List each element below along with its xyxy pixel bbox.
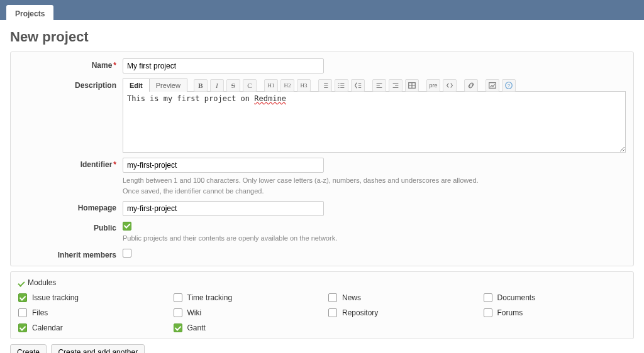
module-label: Gantt: [187, 323, 206, 332]
module-checkbox[interactable]: [484, 308, 492, 317]
module-item: Time tracking: [174, 293, 316, 302]
pre-icon[interactable]: pre: [426, 79, 440, 92]
module-item: Gantt: [174, 323, 316, 332]
module-item: Repository: [328, 308, 471, 317]
module-item: Documents: [484, 293, 626, 302]
module-checkbox[interactable]: [484, 293, 492, 302]
module-label: Files: [32, 308, 48, 317]
ol-icon[interactable]: [335, 79, 348, 92]
svg-text:?: ?: [508, 82, 511, 88]
create-add-button[interactable]: Create and add another: [51, 344, 145, 353]
h1-icon[interactable]: H1: [264, 79, 278, 92]
public-checkbox[interactable]: [123, 222, 131, 231]
tab-edit[interactable]: Edit: [123, 79, 150, 92]
required-marker: *: [113, 160, 116, 169]
label-description: Description: [18, 79, 123, 90]
ul-icon[interactable]: [318, 79, 332, 92]
modules-header: Modules: [18, 278, 626, 287]
help-icon[interactable]: ?: [502, 79, 516, 92]
module-label: Issue tracking: [32, 293, 79, 302]
label-public: Public: [18, 221, 123, 232]
button-row: Create Create and add another: [10, 344, 634, 353]
module-label: Repository: [342, 308, 378, 317]
tab-preview[interactable]: Preview: [150, 79, 187, 92]
codeblock-icon[interactable]: [443, 79, 457, 92]
module-checkbox[interactable]: [18, 293, 27, 302]
module-label: Time tracking: [187, 293, 233, 302]
module-item: Calendar: [18, 323, 161, 332]
module-label: Documents: [497, 293, 536, 302]
module-checkbox[interactable]: [174, 293, 182, 302]
module-item: Forums: [484, 308, 626, 317]
h3-icon[interactable]: H3: [297, 79, 311, 92]
module-checkbox[interactable]: [18, 323, 27, 332]
italic-icon[interactable]: I: [210, 79, 224, 92]
h2-icon[interactable]: H2: [280, 79, 294, 92]
module-label: Wiki: [187, 308, 202, 317]
image-icon[interactable]: [486, 79, 499, 92]
module-item: Files: [18, 308, 161, 317]
link-icon[interactable]: [464, 79, 478, 92]
module-item: News: [328, 293, 471, 302]
bold-icon[interactable]: B: [194, 79, 208, 92]
create-button[interactable]: Create: [10, 344, 47, 353]
module-checkbox[interactable]: [328, 308, 337, 317]
label-identifier: Identifier*: [18, 158, 123, 169]
name-input[interactable]: [123, 58, 324, 73]
public-hint: Public projects and their contents are o…: [123, 233, 626, 244]
identifier-input[interactable]: [123, 158, 324, 173]
module-label: News: [342, 293, 361, 302]
indent-right-icon[interactable]: [389, 79, 402, 92]
strike-icon[interactable]: S: [226, 79, 240, 92]
module-checkbox[interactable]: [174, 323, 182, 332]
module-item: Issue tracking: [18, 293, 161, 302]
description-textarea[interactable]: This is my first project on Redmine: [123, 91, 626, 153]
module-label: Calendar: [32, 323, 63, 332]
indent-left-icon[interactable]: [372, 79, 386, 92]
top-bar: Projects: [0, 0, 644, 20]
module-item: Wiki: [174, 308, 316, 317]
table-icon[interactable]: [405, 79, 419, 92]
editor-toolbar: BISCH1H2H3pre?: [187, 79, 521, 92]
code-icon[interactable]: C: [243, 79, 257, 92]
module-checkbox[interactable]: [18, 308, 27, 317]
modules-box: Modules Issue trackingTime trackingNewsD…: [10, 271, 634, 339]
check-icon: [18, 280, 25, 287]
page-title: New project: [10, 29, 634, 45]
label-inherit: Inherit members: [18, 248, 123, 259]
label-homepage: Homepage: [18, 201, 123, 212]
homepage-input[interactable]: [123, 201, 324, 216]
module-checkbox[interactable]: [174, 308, 182, 317]
identifier-hint: Length between 1 and 100 characters. Onl…: [123, 175, 626, 196]
inherit-checkbox[interactable]: [123, 249, 131, 258]
tab-projects[interactable]: Projects: [6, 5, 53, 23]
editor-head: Edit Preview BISCH1H2H3pre?: [123, 79, 626, 92]
module-checkbox[interactable]: [328, 293, 337, 302]
required-marker: *: [113, 61, 116, 70]
label-name: Name*: [18, 58, 123, 70]
module-label: Forums: [497, 308, 523, 317]
outdent-icon[interactable]: [351, 79, 365, 92]
project-form-box: Name* Description Edit Preview BISCH1H2H…: [10, 52, 634, 266]
